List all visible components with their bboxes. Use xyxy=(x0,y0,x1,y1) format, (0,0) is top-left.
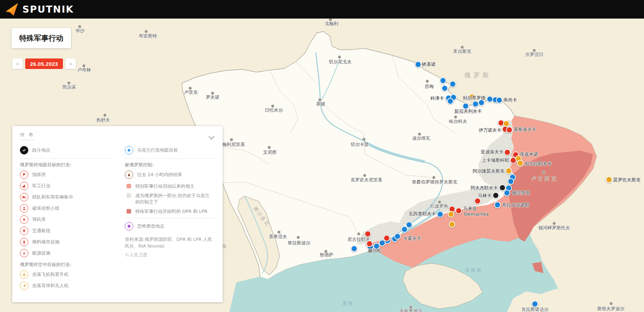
map-marker-orange[interactable] xyxy=(449,221,456,228)
legend-item: 指挥所 xyxy=(20,169,114,180)
legend-item: 击落飞机和直升机 xyxy=(20,269,114,280)
map-marker-blue[interactable] xyxy=(415,61,422,68)
city-label: 热舒夫 xyxy=(96,117,110,123)
legend-item: 军工行业 xyxy=(20,181,114,191)
city-dot xyxy=(362,138,366,141)
map-marker-blue[interactable] xyxy=(394,233,401,240)
map-marker-orange[interactable] xyxy=(606,176,613,183)
map-marker-blue[interactable] xyxy=(450,81,456,88)
map-marker-red[interactable] xyxy=(506,127,513,133)
map-marker-blue[interactable] xyxy=(440,77,446,84)
strike-location-label: 卡霍夫卡 xyxy=(403,235,421,242)
legend-item-label: 弹药库 xyxy=(32,216,46,223)
city-dot xyxy=(425,79,429,83)
city-label: 苏梅 xyxy=(425,83,434,90)
map-marker-black[interactable] xyxy=(499,185,506,191)
city-label: 布雷斯特 xyxy=(139,33,157,39)
territory-swatch xyxy=(127,209,131,214)
city-label: 文尼察 xyxy=(263,149,277,155)
strike-location-label: 别尔哥罗德 xyxy=(463,95,486,101)
legend-item-label: 交通枢纽 xyxy=(32,228,50,234)
strike-location-label: 茹拉夫列夫卡 xyxy=(455,108,482,115)
strike-location-label: 马来亚 xyxy=(463,206,477,212)
legend-item: 燃料储存设施 xyxy=(20,237,114,247)
legend-ground-items: 指挥所军工行业部队和军用车辆集中破坏侦察小组弹药库交通枢纽燃料储存设施能源设施 xyxy=(20,169,114,258)
brand-title: SPUTNIK xyxy=(22,4,74,15)
map-marker-blue[interactable] xyxy=(437,211,444,218)
city-label: 敖德萨 xyxy=(320,252,334,258)
date-navigation: ‹ 26.05.2023 › xyxy=(12,58,76,69)
saboteur-icon xyxy=(20,204,28,213)
city-label: 罗夫诺 xyxy=(206,94,220,100)
settlement-icon xyxy=(125,171,133,179)
strike-location-label: 马林卡 xyxy=(478,193,492,199)
map-marker-red[interactable] xyxy=(456,208,462,214)
map-marker-red[interactable] xyxy=(384,235,390,242)
prev-date-button[interactable]: ‹ xyxy=(12,58,23,69)
legend-right-column: 乌克兰打击地面目标 被俄罗斯控制: 过去 24 小时内的结算 特别军事行动启动以… xyxy=(114,144,215,292)
map-marker-red[interactable] xyxy=(366,241,373,247)
city-label: 克罗皮夫尼茨基 xyxy=(351,177,382,183)
map-marker-blue[interactable] xyxy=(496,97,503,104)
next-date-button[interactable]: › xyxy=(65,58,76,69)
strike-location-label: 赫尔松 xyxy=(368,248,382,254)
legend-swatch-label: 特别军事行动启动以来的领土 xyxy=(135,183,194,189)
legend-item-label: 破坏侦察小组 xyxy=(32,205,59,212)
map-marker-orange[interactable] xyxy=(503,120,510,127)
map-marker-blue[interactable] xyxy=(472,101,479,108)
sputnik-logo-icon xyxy=(5,2,19,16)
strike-location-label: 伊万诺夫卡 xyxy=(479,127,501,133)
date-badge[interactable]: 26.05.2023 xyxy=(25,58,63,69)
city-label: 顿河畔罗斯托夫 xyxy=(538,225,570,231)
map-marker-orange[interactable] xyxy=(506,168,512,174)
copyright-note: ©人造卫星 xyxy=(125,252,215,258)
legend-item-label: 乌克兰打击地面目标 xyxy=(137,147,178,153)
sputnik-logo[interactable]: SPUTNIK xyxy=(5,2,74,16)
map-marker-blue[interactable] xyxy=(447,98,454,105)
plane-icon xyxy=(20,270,28,279)
page-title-box: 特殊军事行动 xyxy=(12,28,71,48)
city-dot xyxy=(230,138,233,141)
legend-item: 交通枢纽 xyxy=(20,226,114,236)
legend-item-label: 部队和军用车辆集中 xyxy=(32,194,73,200)
city-label: 辛菲罗波尔 xyxy=(400,308,422,312)
strike-location-label: 顿涅茨克 xyxy=(512,190,530,196)
page-title: 特殊军事行动 xyxy=(19,33,63,43)
city-label: 库尔斯克 xyxy=(453,48,471,55)
strike-location-label: Tokmachka xyxy=(463,212,489,217)
city-label: 切尔卡瑟 xyxy=(351,141,369,148)
strike-location-label: 尼古拉耶夫卡 xyxy=(524,161,552,167)
fuel-icon xyxy=(20,238,28,246)
legend-item: 弹药库 xyxy=(20,214,114,225)
map-marker-blue[interactable] xyxy=(532,301,538,307)
legend-swatch-row: 特殊军事行动开始时的 DPR 和 LPR xyxy=(125,208,215,215)
city-label: 梅利尼茨基 xyxy=(222,141,245,148)
map-marker-orange[interactable] xyxy=(517,160,524,167)
map-marker-red[interactable] xyxy=(504,149,511,156)
top-header-bar: SPUTNIK xyxy=(0,0,644,19)
legend-item-settlement: 过去 24 小时内的结算 xyxy=(125,169,215,180)
legend-item-label: 燃料储存设施 xyxy=(32,239,59,245)
region-label: 俄罗斯 xyxy=(464,71,492,79)
map-marker-orange[interactable] xyxy=(448,211,455,218)
legend-collapse-chevron-icon[interactable] xyxy=(209,134,215,140)
map-marker-blue[interactable] xyxy=(504,190,510,196)
city-label: 卢布林 xyxy=(78,67,91,73)
strike-location-label: 库兹米诺 xyxy=(520,151,538,158)
map-marker-blue[interactable] xyxy=(494,202,501,208)
factory-icon xyxy=(20,182,28,190)
map-marker-black[interactable] xyxy=(493,192,499,199)
map-marker-red[interactable] xyxy=(365,231,371,237)
strike-location-label: 阿夫杰耶夫卡 xyxy=(471,185,498,191)
legend-item-label: 恐怖袭击地点 xyxy=(137,223,164,229)
map-marker-blue[interactable] xyxy=(442,85,448,92)
city-label: 戈梅利 xyxy=(325,21,338,27)
map-marker-blue[interactable] xyxy=(508,178,514,185)
map-marker-blue[interactable] xyxy=(351,245,358,252)
strike-location-label: 莫罗佐夫斯克 xyxy=(613,177,641,183)
strike-location-label: 布拉戈达诺耶 xyxy=(502,202,529,208)
city-dot xyxy=(267,146,271,149)
city-dot xyxy=(357,232,360,236)
missile-icon xyxy=(20,282,28,290)
map-marker-blue[interactable] xyxy=(401,226,408,233)
